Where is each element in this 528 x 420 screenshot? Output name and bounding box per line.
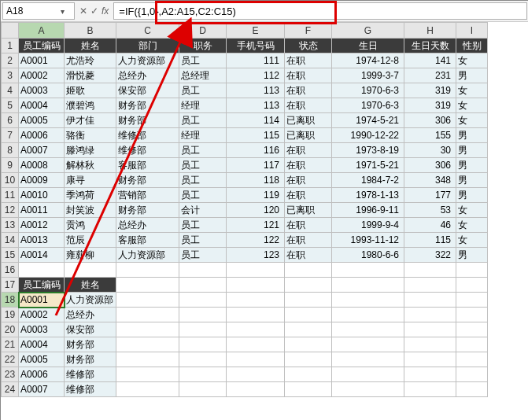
cell[interactable]: 维修部 (65, 367, 116, 382)
row-header[interactable]: 5 (2, 98, 19, 113)
cell[interactable] (456, 322, 488, 337)
row-header[interactable]: 4 (2, 83, 19, 98)
cell[interactable] (332, 263, 404, 278)
cell[interactable] (285, 308, 332, 322)
cell[interactable]: A0004 (19, 337, 65, 352)
cell[interactable]: 女 (456, 113, 488, 128)
row-header[interactable]: 9 (2, 158, 19, 173)
cell[interactable]: 319 (404, 83, 456, 98)
row-header[interactable]: 23 (2, 367, 19, 382)
cell[interactable] (227, 322, 285, 337)
cell[interactable] (285, 367, 332, 382)
cell[interactable]: 员工 (179, 143, 227, 158)
cell[interactable] (285, 293, 332, 308)
cell[interactable]: 维修部 (65, 382, 116, 397)
cell[interactable]: 141 (404, 53, 456, 68)
cell[interactable]: 1996-9-11 (332, 203, 404, 218)
cell[interactable]: 男 (456, 188, 488, 203)
cell[interactable]: 营销部 (116, 188, 179, 203)
cell[interactable] (179, 308, 227, 322)
cell[interactable]: 306 (404, 113, 456, 128)
cell[interactable]: 人力资源部 (65, 293, 116, 308)
cell[interactable]: 115 (404, 233, 456, 248)
cell[interactable]: 在职 (285, 188, 332, 203)
cell[interactable] (179, 263, 227, 278)
cell[interactable] (456, 337, 488, 352)
cell[interactable] (116, 382, 179, 397)
cell[interactable] (456, 367, 488, 382)
cell[interactable]: 男 (456, 158, 488, 173)
cell[interactable]: A0002 (19, 308, 65, 322)
cell[interactable]: 1999-3-7 (332, 68, 404, 83)
row-header[interactable]: 20 (2, 322, 19, 337)
cell[interactable]: 康寻 (65, 173, 116, 188)
cell[interactable] (179, 367, 227, 382)
cell[interactable] (332, 352, 404, 367)
col-header-H[interactable]: H (404, 23, 456, 39)
cell[interactable]: 1973-8-19 (332, 143, 404, 158)
name-box[interactable]: ▾ (2, 2, 75, 20)
cell[interactable]: 保安部 (116, 83, 179, 98)
cell[interactable]: 财务部 (116, 203, 179, 218)
row-header[interactable]: 3 (2, 68, 19, 83)
cell[interactable]: 总经办 (116, 218, 179, 233)
cell[interactable]: 319 (404, 98, 456, 113)
cell[interactable]: A0006 (19, 367, 65, 382)
cell[interactable]: 117 (227, 158, 285, 173)
row-header[interactable]: 14 (2, 233, 19, 248)
cell[interactable]: 女 (456, 218, 488, 233)
cell[interactable] (116, 352, 179, 367)
cell[interactable] (116, 293, 179, 308)
row-header[interactable]: 19 (2, 308, 19, 322)
col-header-D[interactable]: D (179, 23, 227, 39)
cell[interactable] (116, 263, 179, 278)
cell[interactable]: A0003 (19, 322, 65, 337)
cell[interactable] (404, 322, 456, 337)
cell[interactable] (116, 367, 179, 382)
cell[interactable]: 尤浩玲 (65, 53, 116, 68)
cell[interactable]: 120 (227, 203, 285, 218)
cell[interactable]: A0005 (19, 113, 65, 128)
fx-icon[interactable]: fx (102, 6, 109, 17)
cell[interactable]: A0014 (19, 248, 65, 263)
cell[interactable]: 伊才佳 (65, 113, 116, 128)
row-header[interactable]: 2 (2, 53, 19, 68)
cell[interactable] (456, 263, 488, 278)
col-header-B[interactable]: B (65, 23, 116, 39)
cell[interactable]: 女 (456, 98, 488, 113)
cell[interactable]: 会计 (179, 203, 227, 218)
cell[interactable]: 男 (456, 143, 488, 158)
cell[interactable]: 1980-6-6 (332, 248, 404, 263)
cell[interactable] (285, 382, 332, 397)
cell[interactable]: 员工 (179, 113, 227, 128)
cell[interactable]: 员工 (179, 218, 227, 233)
cell[interactable] (116, 278, 179, 293)
cell[interactable]: 员工 (179, 53, 227, 68)
cell[interactable]: 111 (227, 53, 285, 68)
cell[interactable]: 155 (404, 128, 456, 143)
cell[interactable]: 已离职 (285, 113, 332, 128)
col-header-A[interactable]: A (19, 23, 65, 39)
cell[interactable]: 总经办 (116, 68, 179, 83)
row-header[interactable]: 18 (2, 293, 19, 308)
cell[interactable]: 季鸿荷 (65, 188, 116, 203)
cell[interactable] (179, 337, 227, 352)
cell[interactable] (227, 293, 285, 308)
cell[interactable]: A0010 (19, 188, 65, 203)
cell[interactable]: 在职 (285, 218, 332, 233)
cell[interactable]: 保安部 (65, 322, 116, 337)
cell[interactable] (227, 367, 285, 382)
cell[interactable]: 解林秋 (65, 158, 116, 173)
cell[interactable] (179, 322, 227, 337)
cell[interactable]: A0002 (19, 68, 65, 83)
cell[interactable]: 经理 (179, 128, 227, 143)
cell[interactable]: 员工 (179, 83, 227, 98)
col-header-I[interactable]: I (456, 23, 488, 39)
cell[interactable]: 46 (404, 218, 456, 233)
cell[interactable]: 1984-7-2 (332, 173, 404, 188)
cell[interactable]: 306 (404, 158, 456, 173)
spreadsheet-grid[interactable]: A B C D E F G H I 1 员工编码 姓名 部门 职务 手机号码 状… (1, 22, 528, 397)
cell[interactable]: 男 (456, 248, 488, 263)
row-header[interactable]: 17 (2, 278, 19, 293)
cell[interactable]: 123 (227, 248, 285, 263)
